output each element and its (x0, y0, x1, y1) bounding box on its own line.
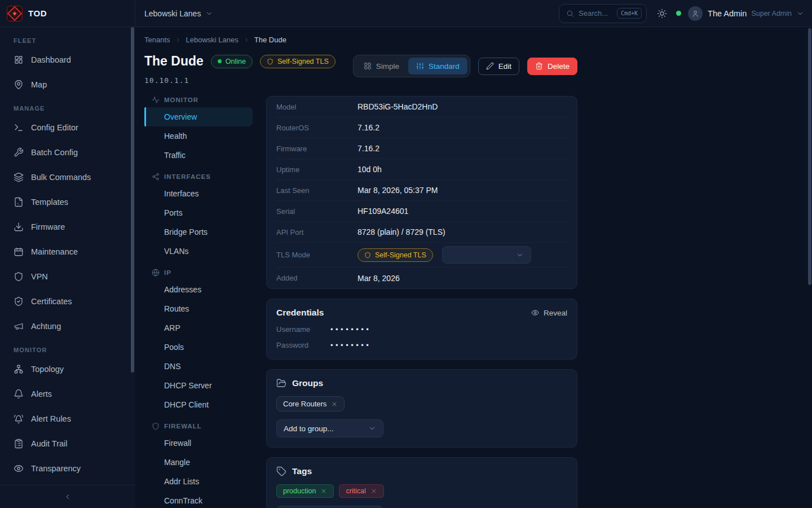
topology-icon (14, 364, 24, 374)
sidebar-item-map[interactable]: Map (0, 72, 135, 97)
search-icon (566, 10, 574, 17)
user-icon (691, 10, 699, 17)
sidebar-item-alert-rules[interactable]: Alert Rules (0, 406, 135, 431)
avatar[interactable] (688, 6, 703, 21)
edit-button[interactable]: Edit (478, 58, 519, 75)
row-tls-mode: TLS Mode Self-Signed TLS (276, 243, 567, 268)
sidebar-collapse-button[interactable] (0, 485, 135, 508)
tenant-name: Lebowski Lanes (144, 9, 201, 18)
sidebar-section-monitor: MONITOR (0, 347, 135, 353)
row-last-seen: Last Seen Mar 8, 2026, 05:37 PM (276, 180, 567, 201)
add-to-group-select[interactable]: Add to group... (276, 419, 383, 437)
chevron-down-icon (516, 251, 524, 259)
chevron-right-icon (175, 37, 182, 43)
tls-mode-select[interactable] (442, 246, 531, 264)
sidebar-section-manage: MANAGE (0, 105, 135, 112)
sidebar-item-maintenance[interactable]: Maintenance (0, 239, 135, 264)
tag-chip-production: production (276, 484, 334, 498)
sidebar-item-firmware[interactable]: Firmware (0, 214, 135, 239)
subnav-item-dhcp-server[interactable]: DHCP Server (144, 376, 253, 395)
view-toggle: Simple Standard (353, 55, 470, 77)
sidebar-item-certificates[interactable]: Certificates (0, 289, 135, 314)
sidebar-item-dashboard[interactable]: Dashboard (0, 47, 135, 72)
shield-check-icon (14, 296, 24, 306)
subnav-item-pools[interactable]: Pools (144, 338, 253, 357)
user-role: Super Admin (751, 10, 792, 17)
sidebar-item-batch-config[interactable]: Batch Config (0, 140, 135, 165)
username-masked-value: •••••••• (330, 325, 371, 334)
grid-icon (364, 62, 372, 70)
trash-icon (535, 62, 543, 70)
subnav-item-overview[interactable]: Overview (144, 107, 253, 126)
subnav-item-conntrack[interactable]: ConnTrack (144, 491, 253, 508)
sidebar-item-audit-trail[interactable]: Audit Trail (0, 431, 135, 456)
search-input[interactable] (579, 9, 612, 17)
subnav-group-ip: IP (144, 269, 253, 277)
breadcrumb-tenant[interactable]: Lebowski Lanes (186, 36, 239, 44)
subnav-item-ports[interactable]: Ports (144, 203, 253, 222)
remove-tag-icon[interactable] (370, 488, 377, 494)
theme-toggle-button[interactable] (657, 8, 667, 19)
sidebar-item-topology[interactable]: Topology (0, 357, 135, 382)
reveal-button[interactable]: Reveal (531, 309, 567, 317)
sun-icon (657, 8, 667, 19)
subnav-group-monitor: MONITOR (144, 96, 253, 104)
subnav-item-dns[interactable]: DNS (144, 357, 253, 376)
tags-card: Tags production critical (266, 457, 577, 508)
sidebar-item-templates[interactable]: Templates (0, 190, 135, 214)
remove-group-icon[interactable] (331, 401, 338, 408)
sidebar-item-config-editor[interactable]: Config Editor (0, 115, 135, 140)
subnav-item-health[interactable]: Health (144, 126, 253, 146)
file-icon (14, 197, 24, 207)
status-badge: Online (211, 55, 253, 68)
sidebar-item-alerts[interactable]: Alerts (0, 382, 135, 406)
subnav-item-mangle[interactable]: Mangle (144, 453, 253, 472)
tenant-selector[interactable]: Lebowski Lanes (144, 9, 213, 18)
password-masked-value: •••••••• (330, 341, 371, 349)
subnav-item-addresses[interactable]: Addresses (144, 280, 253, 299)
search-box[interactable]: Cmd+K (559, 4, 647, 23)
app-name: TOD (28, 8, 47, 18)
pencil-icon (486, 62, 494, 70)
app-logo-icon (7, 6, 23, 21)
sidebar-item-vpn[interactable]: VPN (0, 264, 135, 289)
online-dot-icon (218, 59, 222, 63)
shield-icon (152, 422, 160, 430)
sidebar-nav: FLEET Dashboard Map MANAGE Config Editor… (0, 27, 135, 485)
breadcrumb-tenants[interactable]: Tenants (144, 36, 170, 44)
row-uptime: Uptime 10d 0h (276, 159, 567, 180)
chevron-down-icon (796, 10, 804, 17)
subnav-item-vlans[interactable]: VLANs (144, 242, 253, 261)
delete-button[interactable]: Delete (527, 58, 577, 75)
subnav-item-routes[interactable]: Routes (144, 299, 253, 318)
sidebar-item-bulk-commands[interactable]: Bulk Commands (0, 165, 135, 190)
view-standard-button[interactable]: Standard (408, 58, 467, 75)
remove-tag-icon[interactable] (320, 488, 327, 494)
add-tag-select[interactable]: Add tag... (276, 506, 383, 508)
sidebar-scrollbar[interactable] (131, 27, 134, 373)
subnav-item-addr-lists[interactable]: Addr Lists (144, 472, 253, 491)
subnav-item-interfaces[interactable]: Interfaces (144, 184, 253, 203)
sidebar-item-achtung[interactable]: Achtung (0, 314, 135, 339)
sidebar-item-transparency[interactable]: Transparency (0, 456, 135, 481)
subnav-item-traffic[interactable]: Traffic (144, 146, 253, 165)
clipboard-icon (14, 439, 24, 449)
subnav-item-bridge-ports[interactable]: Bridge Ports (144, 222, 253, 242)
row-added: Added Mar 8, 2026 (276, 268, 567, 288)
device-subnav: MONITOR Overview Health Traffic INTERFAC… (144, 96, 253, 508)
row-api-port: API Port 8728 (plain) / 8729 (TLS) (276, 222, 567, 243)
brand: TOD (0, 0, 135, 27)
presence-indicator (676, 11, 681, 16)
view-simple-button[interactable]: Simple (356, 58, 407, 75)
bell-icon (14, 389, 24, 399)
shield-icon (364, 252, 371, 259)
subnav-item-arp[interactable]: ARP (144, 318, 253, 338)
page-scrollbar[interactable] (808, 28, 811, 285)
eye-icon (14, 463, 24, 474)
tls-mode-badge: Self-Signed TLS (358, 248, 433, 262)
wrench-icon (14, 147, 24, 157)
group-chip-core-routers: Core Routers (276, 396, 345, 411)
subnav-item-dhcp-client[interactable]: DHCP Client (144, 395, 253, 414)
user-menu-button[interactable] (796, 10, 804, 17)
subnav-item-firewall[interactable]: Firewall (144, 433, 253, 453)
